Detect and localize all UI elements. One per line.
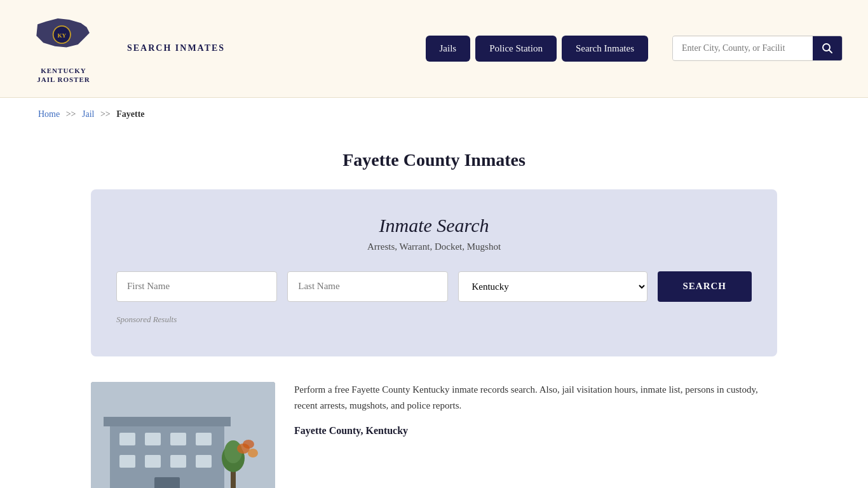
inmate-search-subtitle: Arrests, Warrant, Docket, Mugshot (116, 241, 752, 252)
svg-rect-8 (119, 433, 135, 445)
site-title: SEARCH INMATES (127, 43, 225, 53)
breadcrumb-home[interactable]: Home (38, 109, 60, 119)
logo-text: KENTUCKY JAIL ROSTER (37, 66, 90, 85)
inmate-search-title: Inmate Search (116, 215, 752, 236)
inmate-search-box: Inmate Search Arrests, Warrant, Docket, … (91, 189, 777, 356)
svg-point-21 (248, 449, 258, 458)
state-select[interactable]: AlabamaAlaskaArizonaArkansasCaliforniaCo… (458, 271, 647, 302)
jail-building-svg (91, 382, 275, 488)
svg-text:KY: KY (57, 32, 66, 39)
search-icon (822, 43, 833, 54)
svg-point-22 (243, 440, 254, 449)
svg-rect-7 (104, 417, 231, 426)
site-header: KY KENTUCKY JAIL ROSTER SEARCH INMATES J… (0, 0, 868, 98)
svg-rect-16 (154, 477, 180, 488)
page-title: Fayette County Inmates (91, 150, 777, 170)
breadcrumb-jail[interactable]: Jail (82, 109, 94, 119)
logo-image: KY (32, 13, 95, 64)
svg-line-4 (829, 50, 832, 53)
search-inmates-nav-button[interactable]: Search Inmates (562, 36, 648, 62)
jail-image (91, 382, 275, 488)
header-search-bar (672, 36, 843, 61)
search-submit-button[interactable]: SEARCH (658, 271, 752, 302)
description-subtitle: Fayette County, Kentucky (294, 422, 777, 439)
logo-area: KY KENTUCKY JAIL ROSTER (25, 13, 102, 85)
svg-rect-11 (196, 433, 212, 445)
main-content: Fayette County Inmates Inmate Search Arr… (65, 131, 803, 488)
jails-nav-button[interactable]: Jails (426, 36, 471, 62)
header-search-button[interactable] (813, 36, 842, 60)
police-station-nav-button[interactable]: Police Station (475, 36, 557, 62)
header-search-input[interactable] (673, 37, 813, 60)
breadcrumb-sep-1: >> (66, 109, 76, 119)
svg-rect-13 (145, 455, 161, 468)
breadcrumb: Home >> Jail >> Fayette (0, 98, 868, 131)
sponsored-results-label: Sponsored Results (116, 315, 752, 325)
first-name-input[interactable] (116, 271, 277, 302)
search-fields: AlabamaAlaskaArizonaArkansasCaliforniaCo… (116, 271, 752, 302)
svg-rect-9 (145, 433, 161, 445)
kentucky-logo-svg: KY (32, 13, 95, 59)
svg-rect-10 (170, 433, 186, 445)
breadcrumb-current: Fayette (116, 109, 144, 119)
description-paragraph: Perform a free Fayette County Kentucky i… (294, 382, 777, 414)
bottom-section: Perform a free Fayette County Kentucky i… (91, 382, 777, 488)
svg-rect-12 (119, 455, 135, 468)
svg-rect-14 (170, 455, 186, 468)
description-text: Perform a free Fayette County Kentucky i… (294, 382, 777, 447)
main-nav: Jails Police Station Search Inmates (426, 36, 648, 62)
last-name-input[interactable] (287, 271, 448, 302)
breadcrumb-sep-2: >> (100, 109, 111, 119)
svg-rect-15 (196, 455, 212, 468)
